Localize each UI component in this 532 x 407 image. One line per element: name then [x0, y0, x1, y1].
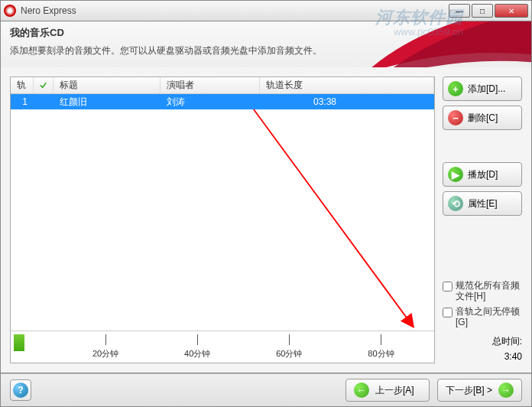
- col-artist[interactable]: 演唱者: [161, 77, 260, 93]
- add-button[interactable]: +添加[D]...: [443, 77, 522, 101]
- ruler-ticks: 20分钟 40分钟 60分钟 80分钟: [14, 334, 431, 357]
- help-button[interactable]: ?: [10, 379, 31, 401]
- side-buttons: +添加[D]... −删除[C] ▶播放[D] ⟲属性[E] 规范化所有音频文件…: [443, 77, 522, 363]
- tick-label: 60分钟: [276, 348, 302, 360]
- svg-line-0: [254, 109, 414, 327]
- col-icon[interactable]: [34, 77, 54, 93]
- col-title[interactable]: 标题: [54, 77, 161, 93]
- play-button[interactable]: ▶播放[D]: [443, 162, 522, 187]
- time-ruler: 20分钟 40分钟 60分钟 80分钟: [11, 330, 434, 363]
- add-label: 添加[D]...: [468, 83, 505, 96]
- maximize-button[interactable]: □: [472, 4, 493, 18]
- arrow-left-icon: ←: [354, 383, 369, 398]
- properties-button[interactable]: ⟲属性[E]: [443, 191, 522, 216]
- content: 轨 标题 演唱者 轨道长度 1 红颜旧 刘涛 03:38 20分钟 40分钟: [0, 67, 532, 373]
- total-label: 总时间:: [443, 335, 522, 348]
- page-desc: 添加想要刻录的音频文件。您可以从硬盘驱动器或音频光盘中添加音频文件。: [10, 44, 522, 57]
- tick-label: 80分钟: [368, 348, 394, 360]
- nogap-checkbox[interactable]: [443, 308, 453, 317]
- nogap-check-row: 音轨之间无停顿[G]: [443, 306, 522, 327]
- table-body[interactable]: 1 红颜旧 刘涛 03:38: [11, 94, 434, 330]
- play-icon: ▶: [448, 167, 463, 182]
- col-num[interactable]: 轨: [11, 77, 34, 93]
- help-icon: ?: [13, 383, 28, 398]
- next-button[interactable]: 下一步[B] >→: [437, 379, 522, 402]
- refresh-icon: ⟲: [448, 196, 463, 211]
- properties-label: 属性[E]: [468, 197, 498, 210]
- cell-artist: 刘涛: [161, 96, 260, 109]
- watermark-url: www.pc0359.cn: [394, 26, 463, 37]
- prev-label: 上一步[A]: [375, 384, 414, 397]
- normalize-checkbox[interactable]: [443, 282, 453, 291]
- normalize-check-row: 规范化所有音频文件[H]: [443, 280, 522, 301]
- minus-icon: −: [448, 110, 463, 125]
- plus-icon: +: [448, 81, 463, 96]
- total-time: 总时间: 3:40: [443, 335, 522, 362]
- cell-title: 红颜旧: [54, 96, 161, 109]
- table-header: 轨 标题 演唱者 轨道长度: [11, 77, 434, 94]
- footer: ? ←上一步[A] 下一步[B] >→: [0, 373, 532, 407]
- app-icon: [4, 5, 16, 17]
- cell-num: 1: [11, 96, 34, 107]
- delete-button[interactable]: −删除[C]: [443, 106, 522, 130]
- prev-button[interactable]: ←上一步[A]: [345, 379, 430, 402]
- track-list: 轨 标题 演唱者 轨道长度 1 红颜旧 刘涛 03:38 20分钟 40分钟: [10, 77, 435, 363]
- annotation-arrow: [11, 94, 434, 330]
- cell-length: 03:38: [260, 96, 434, 107]
- nogap-label: 音轨之间无停顿[G]: [456, 306, 522, 327]
- normalize-label: 规范化所有音频文件[H]: [456, 280, 522, 301]
- total-value: 3:40: [443, 351, 522, 362]
- tick-label: 20分钟: [92, 348, 118, 360]
- close-button[interactable]: ✕: [495, 4, 528, 18]
- tick-label: 40分钟: [184, 348, 210, 360]
- table-row[interactable]: 1 红颜旧 刘涛 03:38: [11, 94, 434, 109]
- col-length[interactable]: 轨道长度: [260, 77, 434, 93]
- delete-label: 删除[C]: [468, 112, 498, 125]
- next-label: 下一步[B] >: [446, 384, 492, 397]
- arrow-right-icon: →: [498, 383, 514, 398]
- play-label: 播放[D]: [468, 168, 498, 181]
